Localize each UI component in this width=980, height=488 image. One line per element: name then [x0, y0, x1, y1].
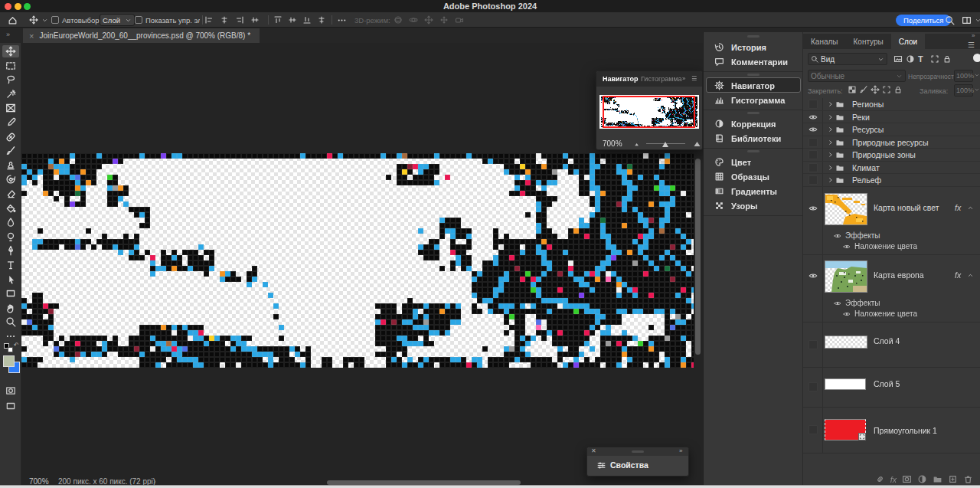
- tool-dodge[interactable]: [5, 231, 16, 242]
- close-panel-icon[interactable]: ✕: [591, 447, 596, 454]
- align-amid-icon[interactable]: [250, 15, 260, 25]
- tool-blur[interactable]: [5, 217, 16, 228]
- zoom-slider-thumb[interactable]: [662, 142, 668, 147]
- tool-hand[interactable]: [5, 303, 16, 313]
- panel-collapse-icon[interactable]: »: [682, 75, 685, 82]
- distribute-acenter-icon[interactable]: [317, 15, 326, 25]
- tool-shape[interactable]: [5, 288, 16, 299]
- eye-icon[interactable]: [808, 204, 818, 213]
- layer-group-row[interactable]: Природные ресурсы: [803, 136, 980, 149]
- tool-frame[interactable]: [5, 103, 16, 113]
- tab-Контуры[interactable]: Контуры: [846, 34, 891, 49]
- workspace-switcher[interactable]: [962, 12, 980, 28]
- tab-histogram[interactable]: Гистограмма: [641, 75, 682, 83]
- document-tab[interactable]: × JoinEuropeWorld_200_60__provinces.psd …: [23, 28, 260, 43]
- layer-thumbnail[interactable]: [825, 336, 867, 349]
- panel-menu-icon[interactable]: ☰: [691, 75, 697, 82]
- lock-framef-icon[interactable]: [882, 85, 891, 94]
- dock-group-handle[interactable]: [747, 112, 760, 114]
- autoselect-checkbox[interactable]: Автовыбор:: [51, 12, 101, 28]
- eye-icon[interactable]: [808, 113, 818, 122]
- dock-group-handle[interactable]: [747, 150, 760, 152]
- tool-heal[interactable]: [5, 132, 16, 142]
- properties-panel-label[interactable]: Свойства: [610, 460, 648, 470]
- dock-item-palette[interactable]: Цвет: [707, 155, 800, 169]
- zoom-in-icon[interactable]: [693, 139, 702, 148]
- fx-badge[interactable]: fx: [955, 203, 961, 212]
- tool-move[interactable]: [5, 46, 16, 57]
- eye-icon[interactable]: [808, 271, 818, 280]
- tool-bucket[interactable]: [5, 203, 16, 214]
- layer-row[interactable]: Карта европаfxЭффектыНаложение цвета: [803, 254, 980, 322]
- foreground-color-swatch[interactable]: [3, 355, 15, 367]
- home-button[interactable]: [8, 12, 18, 28]
- filter-halfc-icon[interactable]: [906, 54, 915, 64]
- effects-row[interactable]: Эффекты: [834, 231, 880, 240]
- new-layer-icon[interactable]: [948, 474, 958, 484]
- distribute-atop-icon[interactable]: [273, 15, 283, 25]
- vertical-scrollbar[interactable]: [695, 159, 701, 355]
- tool-history-brush[interactable]: [5, 174, 16, 185]
- filter-imgf-icon[interactable]: [893, 54, 903, 64]
- tool-pen[interactable]: [5, 245, 16, 256]
- tool-marquee[interactable]: [5, 61, 16, 71]
- lock-checker2-icon[interactable]: [848, 85, 857, 94]
- visibility-toggle[interactable]: [808, 163, 818, 172]
- fill-chevron[interactable]: [974, 87, 980, 93]
- blend-mode-select[interactable]: Обычные: [808, 70, 906, 82]
- visibility-toggle[interactable]: [808, 138, 818, 147]
- screen-mode-icon[interactable]: [5, 401, 16, 411]
- filter-framef-icon[interactable]: [930, 54, 939, 64]
- navigator-zoom-value[interactable]: 700%: [603, 139, 622, 148]
- fx-collapse-icon[interactable]: [967, 205, 974, 211]
- visibility-toggle[interactable]: [808, 382, 818, 391]
- collapse-panel-icon[interactable]: »: [679, 447, 682, 454]
- opacity-chevron[interactable]: [974, 72, 980, 78]
- layer-row[interactable]: Слой 4: [803, 322, 980, 367]
- layer-group-row[interactable]: Регионы: [803, 98, 980, 111]
- dock-item-halfc[interactable]: Коррекция: [707, 116, 800, 131]
- adjustment-icon[interactable]: [917, 474, 927, 484]
- dock-collapse-chevrons[interactable]: »: [972, 32, 975, 39]
- layer-group-row[interactable]: Ресурсы: [803, 123, 980, 136]
- fx-icon[interactable]: fx: [890, 475, 897, 484]
- dock-item-libr[interactable]: Библиотеки: [707, 131, 800, 146]
- color-overlay-row[interactable]: Наложение цвета: [843, 242, 917, 251]
- tab-Каналы[interactable]: Каналы: [803, 34, 846, 49]
- fill-box[interactable]: 100%: [954, 84, 973, 97]
- layer-thumbnail[interactable]: [825, 378, 866, 390]
- color-overlay-row[interactable]: Наложение цвета: [843, 310, 917, 318]
- visibility-toggle[interactable]: [808, 175, 818, 185]
- collapse-toolbar-chevrons[interactable]: »: [6, 31, 10, 38]
- dock-item-pattern[interactable]: Узоры: [707, 198, 800, 213]
- panel-menu-icon[interactable]: ☰: [968, 41, 975, 49]
- align-acenter-icon[interactable]: [220, 15, 229, 25]
- tool-path-select[interactable]: [5, 274, 16, 285]
- new-group-icon[interactable]: [933, 474, 942, 484]
- lock-brush-icon[interactable]: [859, 85, 868, 94]
- tools-ellipsis[interactable]: [5, 331, 16, 342]
- fx-badge[interactable]: fx: [955, 270, 961, 280]
- layer-group-row[interactable]: Климат: [803, 162, 980, 175]
- zoom-out-icon[interactable]: [633, 139, 642, 148]
- dock-item-history[interactable]: История: [707, 40, 800, 54]
- eye-icon[interactable]: [808, 125, 818, 134]
- layer-thumbnail[interactable]: [825, 260, 867, 293]
- visibility-toggle[interactable]: [808, 100, 818, 109]
- layer-group-row[interactable]: Реки: [803, 111, 980, 124]
- share-button[interactable]: Поделиться: [896, 15, 951, 26]
- navigator-view-box[interactable]: [603, 96, 695, 128]
- add-mask-icon[interactable]: [902, 474, 912, 484]
- dock-item-histo[interactable]: Гистограмма: [707, 93, 800, 107]
- tool-lasso[interactable]: [5, 74, 16, 85]
- tool-eyedropper[interactable]: [5, 117, 16, 128]
- tool-eraser[interactable]: [5, 188, 16, 199]
- opacity-box[interactable]: 100%: [954, 70, 973, 82]
- dock-item-swgrid[interactable]: Образцы: [707, 169, 800, 184]
- layer-thumbnail[interactable]: [825, 193, 867, 225]
- swap-colors-icon[interactable]: ↶: [14, 342, 19, 349]
- dock-group-handle[interactable]: [747, 74, 760, 76]
- distribute-abot-icon[interactable]: [302, 15, 312, 25]
- document-canvas[interactable]: [21, 153, 694, 368]
- visibility-toggle[interactable]: [808, 425, 818, 434]
